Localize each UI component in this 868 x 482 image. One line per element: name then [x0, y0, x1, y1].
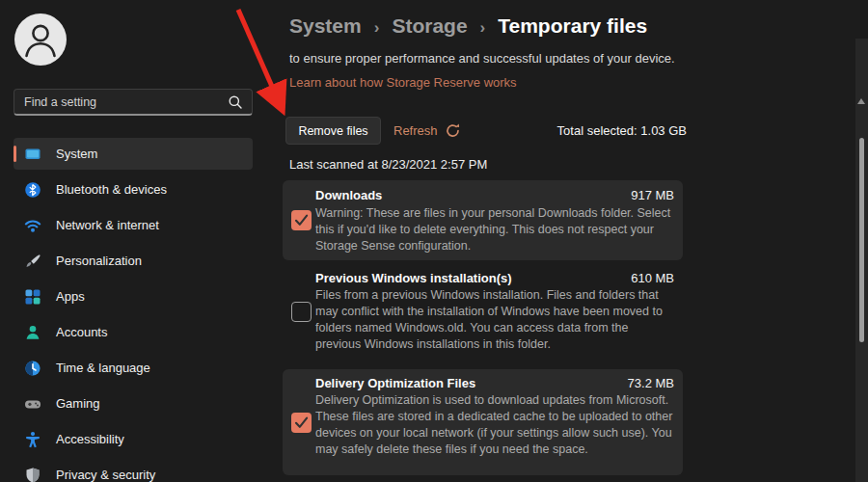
item-description: Warning: These are files in your persona…: [315, 205, 674, 254]
checkmark-icon: [291, 210, 312, 230]
sidebar-item-label: Bluetooth & devices: [56, 182, 167, 197]
clock-icon: [24, 360, 41, 377]
list-item-downloads: Downloads 917 MB Warning: These are file…: [283, 180, 683, 260]
refresh-label: Refresh: [393, 123, 438, 138]
breadcrumb-system[interactable]: System: [289, 14, 362, 38]
sidebar-item-network-internet[interactable]: Network & internet: [14, 209, 253, 241]
sidebar-item-privacy-security[interactable]: Privacy & security: [14, 459, 253, 482]
settings-window: System Bluetooth & devices Network & int…: [0, 0, 868, 482]
checkmark-icon: [291, 413, 312, 433]
sidebar-item-label: Network & internet: [56, 218, 159, 232]
sidebar-item-accessibility[interactable]: Accessibility: [14, 423, 253, 455]
item-title: Delivery Optimization Files: [315, 376, 475, 390]
list-item-previous-windows: Previous Windows installation(s) 610 MB …: [283, 268, 683, 362]
storage-reserve-link[interactable]: Learn about how Storage Reserve works: [289, 75, 517, 90]
shield-icon: [24, 467, 41, 482]
gamepad-icon: [24, 395, 41, 413]
chevron-right-icon: ›: [374, 18, 380, 38]
total-selected-label: Total selected: 1.03 GB: [502, 117, 687, 145]
search-box: [14, 89, 253, 116]
vertical-scrollbar[interactable]: [855, 39, 868, 482]
breadcrumb: System › Storage › Temporary files: [289, 14, 647, 38]
sidebar-item-personalization[interactable]: Personalization: [14, 245, 253, 277]
settings-nav: System Bluetooth & devices Network & int…: [14, 138, 253, 482]
person-icon: [24, 324, 41, 341]
sidebar-item-accounts[interactable]: Accounts: [14, 316, 253, 348]
sidebar-item-apps[interactable]: Apps: [14, 281, 253, 312]
breadcrumb-storage[interactable]: Storage: [392, 14, 467, 38]
wifi-icon: [24, 217, 41, 234]
item-title: Downloads: [315, 188, 382, 202]
sidebar-item-label: Time & language: [56, 361, 150, 375]
remove-files-button[interactable]: Remove files: [285, 117, 381, 145]
sidebar-item-gaming[interactable]: Gaming: [14, 388, 253, 419]
item-title: Previous Windows installation(s): [315, 271, 512, 285]
previous-windows-checkbox[interactable]: [291, 302, 312, 322]
last-scanned-label: Last scanned at 8/23/2021 2:57 PM: [289, 157, 487, 172]
selection-indicator: [14, 146, 16, 162]
refresh-button[interactable]: Refresh: [393, 117, 461, 145]
item-size: 73.2 MB: [628, 376, 674, 390]
paintbrush-icon: [24, 253, 41, 270]
apps-grid-icon: [24, 288, 41, 306]
sidebar-item-label: Personalization: [56, 254, 142, 268]
system-monitor-icon: [24, 146, 41, 163]
search-icon[interactable]: [228, 94, 243, 110]
item-size: 917 MB: [631, 188, 674, 202]
avatar[interactable]: [14, 13, 67, 66]
chevron-right-icon: ›: [480, 18, 486, 38]
search-input[interactable]: [14, 95, 228, 109]
sidebar-item-system[interactable]: System: [14, 138, 253, 170]
person-outline-icon: [14, 13, 67, 66]
accessibility-person-icon: [24, 431, 41, 448]
downloads-checkbox[interactable]: [291, 210, 312, 230]
scroll-up-arrow-icon[interactable]: [857, 98, 865, 104]
list-item-delivery-optimization: Delivery Optimization Files 73.2 MB Deli…: [283, 369, 683, 475]
sidebar-item-label: Accounts: [56, 325, 107, 339]
storage-reserve-description: to ensure proper performance and success…: [289, 51, 704, 66]
item-description: Delivery Optimization is used to downloa…: [315, 392, 674, 458]
sidebar-item-label: Accessibility: [56, 432, 124, 446]
sidebar-item-label: Privacy & security: [56, 468, 155, 482]
item-description: Files from a previous Windows installati…: [315, 287, 674, 353]
sidebar-item-label: System: [56, 147, 97, 161]
page-title: Temporary files: [498, 14, 647, 38]
item-size: 610 MB: [631, 271, 674, 285]
delivery-optimization-checkbox[interactable]: [291, 413, 312, 433]
refresh-icon: [445, 122, 461, 139]
sidebar-item-time-language[interactable]: Time & language: [14, 352, 253, 384]
sidebar-item-label: Apps: [56, 289, 85, 304]
scrollbar-thumb[interactable]: [859, 138, 864, 342]
sidebar-item-label: Gaming: [56, 396, 100, 411]
sidebar-item-bluetooth-devices[interactable]: Bluetooth & devices: [14, 174, 253, 205]
bluetooth-icon: [24, 181, 41, 199]
